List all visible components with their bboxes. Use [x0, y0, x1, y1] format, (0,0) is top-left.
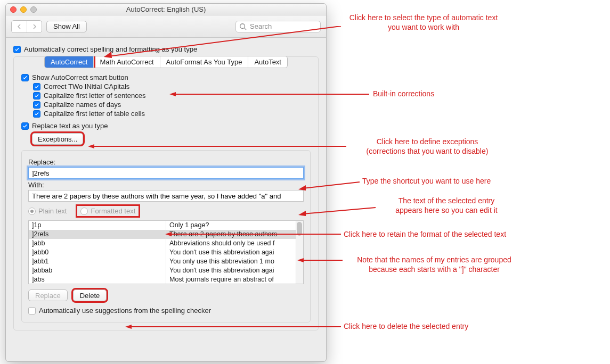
checkbox-checked-icon[interactable] — [33, 101, 40, 109]
annotation-text: Click here to select the type of automat… — [344, 13, 503, 32]
preferences-window: AutoCorrect: English (US) Show All Autom… — [5, 3, 327, 362]
nav-buttons — [11, 20, 42, 33]
plain-text-radio-label: Plain text — [38, 207, 67, 215]
smart-button-label: Show AutoCorrect smart button — [32, 73, 128, 81]
capitalize-table-cells-row[interactable]: Capitalize first letter of table cells — [33, 110, 311, 118]
show-all-button[interactable]: Show All — [46, 21, 87, 32]
radio-selected-icon — [28, 208, 36, 215]
formatted-text-radio[interactable]: Formatted text — [77, 206, 139, 216]
table-row[interactable]: ]abb0You don't use this abbreviation aga… — [29, 248, 303, 257]
replace-checkbox-label: Replace text as you type — [32, 122, 108, 130]
with-label: With: — [28, 181, 304, 189]
exceptions-button[interactable]: Exceptions... — [32, 133, 83, 145]
scrollbar[interactable] — [296, 221, 303, 284]
search-input[interactable] — [235, 21, 321, 32]
back-button[interactable] — [12, 21, 27, 32]
spellcheck-label: Automatically use suggestions from the s… — [39, 307, 211, 315]
table-row[interactable]: ]abbAbbreviations should only be used f — [29, 239, 303, 248]
table-row[interactable]: ]2refsThere are 2 papers by these author… — [29, 230, 303, 239]
window-title: AutoCorrect: English (US) — [6, 5, 326, 13]
tab-autoformat[interactable]: AutoFormat As You Type — [160, 56, 249, 68]
tab-autotext[interactable]: AutoText — [248, 56, 287, 68]
svg-line-1 — [245, 28, 247, 30]
master-autocorrect-checkbox-row[interactable]: Automatically correct spelling and forma… — [13, 45, 319, 53]
replace-input[interactable] — [28, 167, 304, 179]
tab-autocorrect[interactable]: AutoCorrect — [45, 56, 94, 68]
sub-check-label: Capitalize first letter of table cells — [44, 110, 145, 118]
with-input[interactable] — [28, 190, 304, 202]
toolbar: Show All — [6, 15, 326, 38]
table-row[interactable]: ]1pOnly 1 page? — [29, 221, 303, 230]
sub-check-label: Correct TWo INitial CApitals — [44, 82, 129, 90]
sub-check-label: Capitalize names of days — [44, 101, 121, 109]
annotation-text: Click here to delete the selected entry — [344, 322, 468, 332]
master-checkbox-label: Automatically correct spelling and forma… — [24, 45, 197, 53]
annotation-text: Click here to retain the format of the s… — [344, 230, 506, 239]
checkbox-checked-icon[interactable] — [13, 46, 21, 53]
svg-point-0 — [240, 23, 245, 28]
forward-button[interactable] — [27, 21, 42, 32]
capitalize-sentences-row[interactable]: Capitalize first letter of sentences — [33, 92, 311, 100]
spellcheck-suggestions-row[interactable]: Automatically use suggestions from the s… — [28, 307, 304, 315]
search-icon — [239, 23, 247, 30]
annotation-text: Click here to define exceptions(correcti… — [347, 137, 507, 156]
plain-text-radio[interactable]: Plain text — [28, 207, 67, 215]
replace-label: Replace: — [28, 158, 304, 166]
annotation-text: Note that the names of my entries are gr… — [344, 255, 525, 274]
correct-two-caps-row[interactable]: Correct TWo INitial CApitals — [33, 82, 311, 90]
table-row[interactable]: ]abbabYou don't use this abbreviation ag… — [29, 266, 303, 275]
replace-text-checkbox-row[interactable]: Replace text as you type — [21, 122, 311, 130]
smart-button-checkbox-row[interactable]: Show AutoCorrect smart button — [21, 73, 311, 81]
annotation-text: Type the shortcut you want to use here — [362, 177, 491, 186]
autocorrect-entries-table[interactable]: ]1pOnly 1 page? ]2refsThere are 2 papers… — [28, 220, 304, 284]
annotation-text: The text of the selected entryappears he… — [377, 196, 516, 215]
checkbox-unchecked-icon[interactable] — [28, 307, 36, 315]
radio-icon — [80, 208, 88, 215]
checkbox-checked-icon[interactable] — [33, 83, 40, 90]
checkbox-checked-icon[interactable] — [33, 92, 40, 100]
titlebar: AutoCorrect: English (US) — [6, 4, 326, 15]
delete-button[interactable]: Delete — [73, 289, 107, 301]
checkbox-checked-icon[interactable] — [21, 122, 29, 130]
capitalize-days-row[interactable]: Capitalize names of days — [33, 101, 311, 109]
tab-math-autocorrect[interactable]: Math AutoCorrect — [94, 56, 160, 68]
scrollbar-thumb[interactable] — [297, 222, 302, 236]
sub-check-label: Capitalize first letter of sentences — [44, 92, 145, 100]
checkbox-checked-icon[interactable] — [21, 74, 29, 81]
annotation-text: Built-in corrections — [373, 89, 434, 99]
checkbox-checked-icon[interactable] — [33, 110, 40, 118]
table-row[interactable]: ]abb1You only use this abbreviation 1 mo — [29, 257, 303, 266]
replace-button[interactable]: Replace — [28, 289, 68, 301]
formatted-text-radio-label: Formatted text — [91, 207, 135, 215]
tab-bar: AutoCorrect Math AutoCorrect AutoFormat … — [44, 56, 288, 68]
table-row[interactable]: ]absMost journals require an abstract of — [29, 275, 303, 284]
